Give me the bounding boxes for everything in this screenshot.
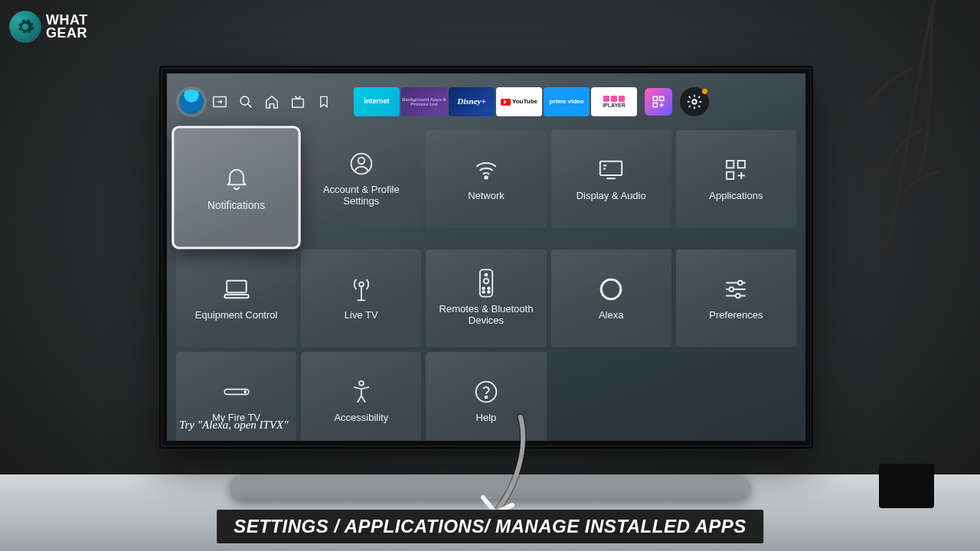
svg-point-21 bbox=[484, 279, 489, 284]
tile-livetv[interactable]: Live TV bbox=[301, 249, 421, 347]
tv-frame: internet Background Apps & Process List … bbox=[161, 67, 812, 447]
app-disney[interactable]: Disney+ bbox=[449, 87, 495, 116]
tile-accessibility[interactable]: Accessibility bbox=[301, 352, 421, 441]
tile-preferences[interactable]: Preferences bbox=[676, 249, 796, 347]
top-nav: internet Background Apps & Process List … bbox=[179, 87, 796, 116]
svg-point-34 bbox=[485, 396, 488, 398]
app-internet[interactable]: internet bbox=[354, 87, 400, 116]
tile-network[interactable]: Network bbox=[426, 130, 546, 228]
tile-equipment[interactable]: Equipment Control bbox=[176, 249, 296, 347]
home-icon[interactable] bbox=[262, 92, 282, 112]
settings-button[interactable] bbox=[680, 87, 709, 116]
tile-applications[interactable]: Applications bbox=[676, 130, 796, 228]
svg-point-10 bbox=[358, 158, 365, 165]
equipment-icon bbox=[224, 276, 250, 302]
tile-alexa[interactable]: Alexa bbox=[551, 249, 671, 347]
tile-notifications[interactable]: Notifications bbox=[172, 127, 300, 249]
watermark-line2: GEAR bbox=[46, 27, 88, 40]
svg-rect-13 bbox=[727, 161, 733, 168]
antenna-icon bbox=[348, 276, 374, 302]
apps-icon bbox=[723, 157, 749, 183]
svg-rect-4 bbox=[292, 99, 304, 107]
wifi-icon bbox=[473, 157, 499, 183]
channel-watermark: WHAT GEAR bbox=[9, 11, 88, 43]
display-icon bbox=[598, 157, 624, 183]
app-youtube[interactable]: YouTube bbox=[496, 87, 542, 116]
alexa-hint: Try "Alexa, open ITVX" bbox=[179, 419, 289, 432]
svg-point-24 bbox=[482, 291, 485, 293]
svg-point-1 bbox=[872, 168, 889, 181]
bookmark-icon[interactable] bbox=[314, 92, 334, 112]
svg-point-18 bbox=[359, 282, 364, 286]
live-icon[interactable] bbox=[288, 92, 308, 112]
bell-icon bbox=[223, 164, 250, 191]
tile-display[interactable]: Display & Audio bbox=[551, 130, 671, 228]
svg-point-26 bbox=[601, 279, 621, 299]
plant-decor bbox=[804, 0, 957, 306]
svg-point-31 bbox=[244, 390, 246, 392]
tile-remotes[interactable]: Remotes & Bluetooth Devices bbox=[426, 249, 546, 347]
speaker-box bbox=[879, 464, 934, 508]
svg-point-23 bbox=[488, 287, 490, 289]
gear-logo-icon bbox=[9, 11, 41, 43]
app-background[interactable]: Background Apps & Process List bbox=[401, 87, 447, 116]
svg-rect-12 bbox=[600, 161, 622, 174]
accessibility-icon bbox=[348, 379, 374, 405]
search-icon[interactable] bbox=[236, 92, 256, 112]
apps-grid-button[interactable] bbox=[645, 88, 672, 116]
person-icon bbox=[348, 151, 374, 177]
alexa-icon bbox=[598, 276, 624, 302]
sliders-icon bbox=[723, 276, 749, 302]
app-strip: internet Background Apps & Process List … bbox=[354, 87, 637, 116]
remote-icon bbox=[473, 270, 499, 296]
tile-account[interactable]: Account & Profile Settings bbox=[301, 130, 421, 228]
app-iplayer[interactable]: iPLAYER bbox=[591, 87, 637, 116]
svg-point-20 bbox=[485, 274, 487, 276]
svg-rect-6 bbox=[660, 96, 664, 100]
svg-point-0 bbox=[863, 94, 880, 109]
settings-grid: Notifications Account & Profile Settings… bbox=[176, 130, 796, 441]
svg-rect-14 bbox=[738, 161, 745, 168]
caption-overlay: SETTINGS / APPLICATIONS/ MANAGE INSTALLE… bbox=[217, 510, 763, 543]
svg-point-28 bbox=[730, 287, 734, 292]
svg-rect-15 bbox=[727, 171, 733, 178]
app-primevideo[interactable]: prime video bbox=[544, 87, 590, 116]
svg-rect-16 bbox=[227, 280, 247, 292]
help-icon bbox=[473, 379, 499, 405]
svg-rect-17 bbox=[224, 295, 248, 298]
svg-rect-5 bbox=[653, 96, 657, 100]
inputs-icon[interactable] bbox=[210, 92, 230, 112]
svg-point-25 bbox=[488, 291, 490, 293]
svg-point-11 bbox=[485, 176, 487, 178]
svg-point-27 bbox=[738, 280, 743, 285]
svg-point-22 bbox=[482, 287, 485, 289]
svg-point-3 bbox=[240, 96, 249, 105]
svg-point-8 bbox=[692, 99, 697, 104]
firetv-icon bbox=[224, 379, 250, 405]
svg-rect-7 bbox=[653, 103, 657, 107]
svg-point-29 bbox=[736, 293, 740, 298]
tile-empty bbox=[676, 352, 796, 441]
tv-screen: internet Background Apps & Process List … bbox=[167, 73, 805, 441]
tile-empty bbox=[551, 352, 671, 441]
svg-point-32 bbox=[359, 380, 364, 385]
profile-avatar[interactable] bbox=[179, 90, 204, 114]
